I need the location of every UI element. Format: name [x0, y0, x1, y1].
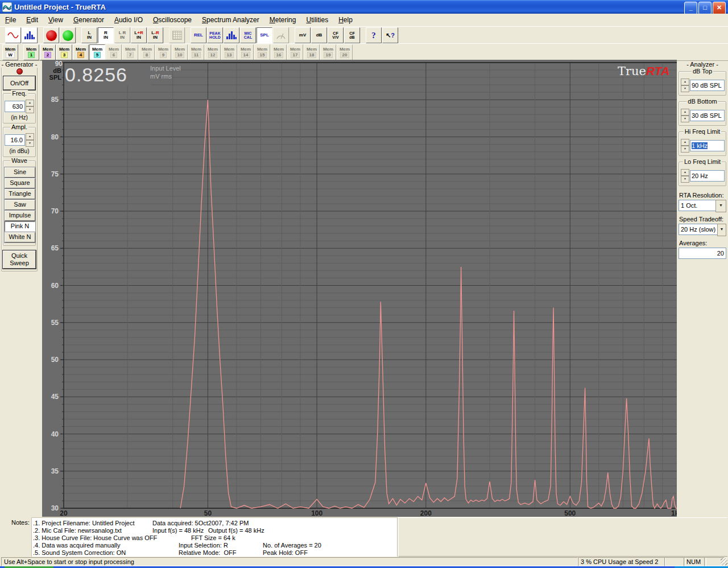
go-icon — [63, 30, 73, 41]
rta-resolution-arrow-icon[interactable]: ▼ — [715, 200, 726, 212]
lo-freq-limit-up-arrow[interactable]: ▲ — [681, 169, 689, 176]
sine-generator-button[interactable] — [5, 27, 21, 43]
hi-freq-limit-down-arrow[interactable]: ▼ — [681, 146, 689, 153]
generator-group: - Generator - On/Off Freq. 630 ▲ ▼ (in H… — [1, 64, 38, 271]
db-bottom-up-arrow[interactable]: ▲ — [681, 109, 689, 116]
title-bar[interactable]: Untitled Project - TrueRTA _ □ ✕ — [0, 0, 728, 14]
wave-button-white-n[interactable]: White N — [5, 232, 35, 242]
peak-hold-button[interactable]: PEAKHOLD — [207, 27, 223, 43]
resize-grip[interactable] — [721, 558, 727, 565]
speed-tradeoff-dropdown[interactable]: 20 Hz (slow) ▼ — [679, 224, 726, 236]
menu-item-utilities[interactable]: Utilities — [301, 15, 333, 25]
wave-button-sine[interactable]: Sine — [5, 167, 35, 178]
meter-icon — [276, 31, 286, 39]
db-top-input[interactable]: 90 dB SPL — [690, 80, 725, 91]
notes-text-box[interactable]: .1. Project Filename: Untitled ProjectDa… — [31, 517, 398, 558]
spectrum-display-button[interactable] — [22, 27, 38, 43]
memory-button-w[interactable]: MemW — [2, 44, 18, 60]
menu-item-edit[interactable]: Edit — [21, 15, 43, 25]
menu-item-help[interactable]: Help — [333, 15, 358, 25]
menu-item-spectrum-analyzer[interactable]: Spectrum Analyzer — [197, 15, 264, 25]
quick-sweep-button[interactable]: Quick Sweep — [3, 250, 36, 269]
memory-button-8: Mem8 — [139, 44, 155, 60]
freq-input[interactable]: 630 — [5, 101, 25, 112]
decibels-button[interactable]: dB — [311, 27, 327, 43]
notes-row: .4. Data was acquired manuallyInput Sele… — [32, 542, 397, 549]
db-top-up-arrow[interactable]: ▲ — [681, 79, 689, 85]
db-top-down-arrow[interactable]: ▼ — [681, 85, 689, 92]
db-bottom-group: dB Bottom▲▼30 dB SPL — [679, 101, 726, 126]
millivolts-button[interactable]: mV — [295, 27, 311, 43]
svg-text:45: 45 — [51, 393, 59, 401]
memory-button-9: Mem9 — [155, 44, 171, 60]
notes-cell: .1. Project Filename: Untitled Project — [33, 520, 135, 526]
maximize-button[interactable]: □ — [698, 2, 712, 15]
memory-button-19: Mem19 — [320, 44, 336, 60]
notes-cell: .2. Mic Cal File: newrsanalog.txt — [33, 527, 122, 534]
wave-button-saw[interactable]: Saw — [5, 200, 35, 210]
hi-freq-limit-input[interactable]: 1 kHz — [690, 140, 725, 151]
spectrum-bars-icon — [24, 31, 35, 39]
wave-button-pink-n[interactable]: Pink N — [5, 221, 35, 232]
status-message: Use Alt+Space to start or stop input pro… — [1, 557, 578, 566]
minimize-button[interactable]: _ — [684, 2, 697, 15]
go-button[interactable] — [60, 27, 76, 43]
right-input-button[interactable]: RIN — [98, 27, 114, 43]
l-plus-r-input-button[interactable]: L+RIN — [131, 27, 147, 43]
wave-legend: Wave — [10, 157, 28, 164]
memory-button-1[interactable]: Mem1 — [23, 44, 39, 60]
db-bottom-input[interactable]: 30 dB SPL — [690, 110, 725, 121]
notes-cell: Input Selection: R — [179, 542, 228, 549]
lo-freq-limit-down-arrow[interactable]: ▼ — [681, 176, 689, 183]
crest-factor-vv-button[interactable]: CFV/V — [328, 27, 344, 43]
db-bottom-down-arrow[interactable]: ▼ — [681, 116, 689, 122]
help-button[interactable]: ? — [366, 27, 382, 43]
stop-icon — [46, 30, 57, 41]
memory-button-15: Mem15 — [254, 44, 270, 60]
wave-button-square[interactable]: Square — [5, 178, 35, 188]
memory-button-4[interactable]: Mem4 — [73, 44, 89, 60]
close-button[interactable]: ✕ — [713, 2, 726, 15]
spectrum-plot: 85807570656055504540353020501002005001kH… — [42, 60, 677, 517]
left-input-button[interactable]: LIN — [81, 27, 97, 43]
ampl-input[interactable]: 16.0 — [5, 134, 25, 146]
ampl-down-arrow[interactable]: ▼ — [26, 140, 34, 147]
menu-item-generator[interactable]: Generator — [68, 15, 109, 25]
menu-item-oscilloscope[interactable]: Oscilloscope — [148, 15, 197, 25]
ampl-up-arrow[interactable]: ▲ — [26, 133, 34, 140]
memory-button-2[interactable]: Mem2 — [40, 44, 56, 60]
sine-wave-icon — [7, 31, 19, 39]
wave-button-triangle[interactable]: Triangle — [5, 189, 35, 199]
crest-factor-db-button[interactable]: CFdB — [344, 27, 360, 43]
spl-mode-button[interactable]: SPL — [257, 27, 272, 43]
bar-display-button[interactable] — [224, 27, 239, 43]
l-minus-r-input-button[interactable]: L-RIN — [147, 27, 163, 43]
averages-input[interactable]: 20 — [679, 248, 726, 259]
svg-text:30: 30 — [51, 504, 59, 512]
menu-item-file[interactable]: File — [0, 15, 21, 25]
stop-button[interactable] — [43, 27, 59, 43]
memory-button-5[interactable]: Mem5 — [89, 44, 105, 60]
speed-tradeoff-arrow-icon[interactable]: ▼ — [717, 224, 726, 236]
memory-button-3[interactable]: Mem3 — [56, 44, 72, 60]
hi-freq-limit-up-arrow[interactable]: ▲ — [681, 139, 689, 146]
mic-calibration-button[interactable]: MICCAL — [240, 27, 256, 43]
generator-onoff-button[interactable]: On/Off — [3, 76, 35, 90]
relative-mode-button[interactable]: REL — [191, 27, 206, 43]
lo-freq-limit-input[interactable]: 20 Hz — [690, 170, 725, 182]
memory-button-7: Mem7 — [122, 44, 138, 60]
db-top-legend: dB Top — [692, 68, 713, 75]
toolbar: LINRINL RINL+RINL-RINRELPEAKHOLDMICCALSP… — [0, 26, 728, 44]
context-help-button[interactable]: ↖? — [382, 27, 398, 43]
menu-item-audio-i-o[interactable]: Audio I/O — [109, 15, 148, 25]
freq-up-arrow[interactable]: ▲ — [26, 100, 34, 106]
notes-cell: Output f(s) = 48 kHz — [208, 527, 264, 534]
notes-cell: .5. Sound System Correction: ON — [33, 549, 126, 556]
freq-legend: Freq. — [11, 90, 28, 97]
wave-button-impulse[interactable]: Impulse — [5, 211, 35, 221]
rta-resolution-dropdown[interactable]: 1 Oct. ▼ — [679, 200, 726, 212]
freq-down-arrow[interactable]: ▼ — [26, 106, 34, 113]
menu-item-metering[interactable]: Metering — [264, 15, 301, 25]
status-panel-blank — [664, 557, 686, 566]
menu-item-view[interactable]: View — [43, 15, 68, 25]
